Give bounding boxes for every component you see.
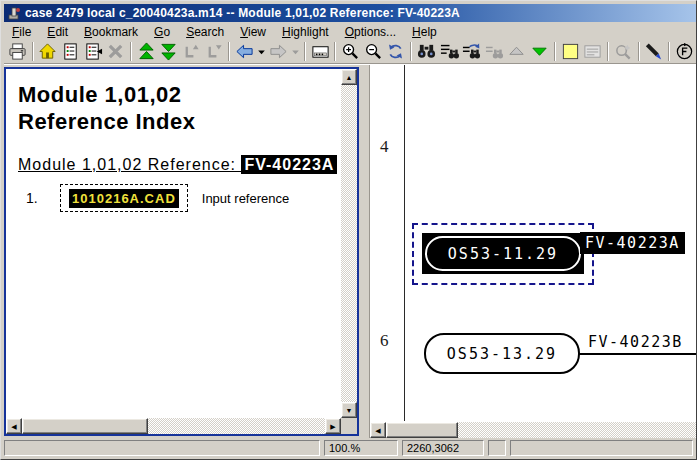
rotate-f-icon bbox=[675, 42, 694, 61]
zoom-tool-button[interactable] bbox=[612, 40, 635, 63]
up-triangle-icon bbox=[507, 42, 526, 61]
instrument-tag-pill[interactable]: OS53-13.29 bbox=[424, 333, 580, 374]
zoom-in-icon bbox=[341, 42, 360, 61]
menu-help[interactable]: Help bbox=[404, 24, 445, 40]
drawing-border-line bbox=[404, 65, 405, 421]
toolbar-separator bbox=[638, 42, 640, 61]
down-triangle-icon bbox=[530, 42, 549, 61]
window-title: case 2479 local c_20040423a.m14 -- Modul… bbox=[25, 6, 460, 20]
scroll-thumb[interactable] bbox=[22, 418, 148, 434]
item-description: Input reference bbox=[202, 191, 289, 206]
app-icon bbox=[7, 6, 21, 20]
leader-line bbox=[578, 353, 697, 355]
annotations-icon bbox=[583, 42, 602, 61]
left-pane-horizontal-scrollbar[interactable]: ◀ ▶ bbox=[6, 418, 341, 434]
highlight-fill[interactable]: OS53-11.29 bbox=[422, 233, 584, 274]
menu-go[interactable]: Go bbox=[146, 24, 178, 40]
double-down-arrow-icon bbox=[159, 42, 178, 61]
forward-history-button[interactable] bbox=[290, 40, 301, 63]
drawing-pane-horizontal-scrollbar[interactable]: ◀ bbox=[370, 422, 697, 438]
markup-pen-button[interactable] bbox=[643, 40, 666, 63]
zoom-out-button[interactable] bbox=[362, 40, 385, 63]
rotate-button[interactable] bbox=[673, 40, 696, 63]
zoom-in-button[interactable] bbox=[339, 40, 362, 63]
status-message-panel bbox=[4, 440, 320, 456]
toolbar-separator bbox=[304, 42, 306, 61]
menu-search[interactable]: Search bbox=[178, 24, 232, 40]
index-heading-line2: Reference Index bbox=[18, 108, 341, 135]
previous-match-button[interactable] bbox=[506, 40, 529, 63]
go-top-button[interactable] bbox=[135, 40, 158, 63]
toolbar-separator bbox=[554, 42, 556, 61]
remove-button[interactable] bbox=[104, 40, 127, 63]
find-highlight-button[interactable] bbox=[483, 40, 506, 63]
scroll-track[interactable] bbox=[341, 85, 357, 402]
highlighted-element-marquee[interactable]: OS53-11.29 bbox=[412, 223, 594, 285]
highlight-color-button[interactable] bbox=[559, 40, 582, 63]
zoom-level-panel: 100.% bbox=[324, 440, 398, 456]
status-right-panel bbox=[510, 440, 693, 456]
label-next-button[interactable] bbox=[203, 40, 226, 63]
find-again-icon bbox=[462, 42, 481, 61]
label-up-icon bbox=[182, 42, 201, 61]
refresh-button[interactable] bbox=[385, 40, 408, 63]
next-match-button[interactable] bbox=[528, 40, 551, 63]
binoculars-gray-icon bbox=[485, 42, 504, 61]
reference-index-icon bbox=[61, 42, 80, 61]
scroll-left-button[interactable]: ◀ bbox=[6, 418, 22, 434]
print-icon bbox=[8, 42, 27, 61]
toolbar-separator bbox=[228, 42, 230, 61]
module-reference-line: Module 1,01,02 Reference: FV-40223A bbox=[18, 156, 341, 174]
label-down-icon bbox=[205, 42, 224, 61]
toolbar bbox=[4, 40, 696, 64]
menu-options[interactable]: Options... bbox=[337, 24, 404, 40]
scroll-up-button[interactable]: ▲ bbox=[341, 69, 357, 85]
reference-index-button[interactable] bbox=[59, 40, 82, 63]
forward-button[interactable] bbox=[267, 40, 290, 63]
menu-file[interactable]: File bbox=[4, 24, 39, 40]
annotations-button[interactable] bbox=[581, 40, 604, 63]
module-reference-label: Module 1,01,02 Reference: bbox=[18, 156, 241, 173]
scroll-right-button[interactable]: ▶ bbox=[325, 418, 341, 434]
menu-edit[interactable]: Edit bbox=[39, 24, 76, 40]
remove-x-icon bbox=[106, 42, 125, 61]
scroll-thumb[interactable] bbox=[386, 422, 458, 438]
find-again-button[interactable] bbox=[460, 40, 483, 63]
reference-index-return-button[interactable] bbox=[82, 40, 105, 63]
scroll-down-button[interactable]: ▼ bbox=[341, 402, 357, 418]
menu-bookmark[interactable]: Bookmark bbox=[76, 24, 146, 40]
application-window: case 2479 local c_20040423a.m14 -- Modul… bbox=[0, 0, 697, 460]
module-reference-value: FV-40223A bbox=[241, 155, 337, 174]
menu-view[interactable]: View bbox=[232, 24, 274, 40]
home-button[interactable] bbox=[37, 40, 60, 63]
instrument-tag-pill-highlighted[interactable]: OS53-11.29 bbox=[425, 236, 581, 271]
menu-bar: File Edit Bookmark Go Search View Highli… bbox=[4, 23, 693, 40]
reference-label[interactable]: FV-40223B bbox=[588, 333, 683, 351]
find-in-list-icon bbox=[440, 42, 459, 61]
reference-label-highlighted[interactable]: FV-40223A bbox=[580, 232, 685, 254]
find-in-list-button[interactable] bbox=[438, 40, 461, 63]
menu-highlight[interactable]: Highlight bbox=[274, 24, 337, 40]
drawing-pane: 4 6 OS53-11.29 FV-40223A OS53-13.29 FV-4… bbox=[369, 65, 697, 438]
toolbar-separator bbox=[32, 42, 34, 61]
item-selection-box[interactable]: 1010216A.CAD bbox=[60, 184, 188, 212]
print-button[interactable] bbox=[6, 40, 29, 63]
main-area: Module 1,01,02 Reference Index Module 1,… bbox=[1, 65, 696, 438]
forward-arrow-icon bbox=[269, 42, 288, 61]
item-index: 1. bbox=[18, 190, 60, 206]
home-icon bbox=[38, 42, 57, 61]
double-up-arrow-icon bbox=[137, 42, 156, 61]
label-previous-button[interactable] bbox=[180, 40, 203, 63]
title-bar[interactable]: case 2479 local c_20040423a.m14 -- Modul… bbox=[4, 4, 696, 22]
scroll-left-button[interactable]: ◀ bbox=[370, 422, 386, 438]
item-code-link[interactable]: 1010216A.CAD bbox=[69, 189, 179, 208]
left-pane-vertical-scrollbar[interactable]: ▲ ▼ bbox=[341, 69, 357, 418]
toolbar-separator bbox=[130, 42, 132, 61]
grid-row-label-4: 4 bbox=[380, 137, 389, 157]
view-window-button[interactable] bbox=[309, 40, 332, 63]
go-bottom-button[interactable] bbox=[158, 40, 181, 63]
back-history-button[interactable] bbox=[256, 40, 267, 63]
index-heading-line1: Module 1,01,02 bbox=[18, 81, 341, 108]
find-button[interactable] bbox=[415, 40, 438, 63]
back-button[interactable] bbox=[233, 40, 256, 63]
